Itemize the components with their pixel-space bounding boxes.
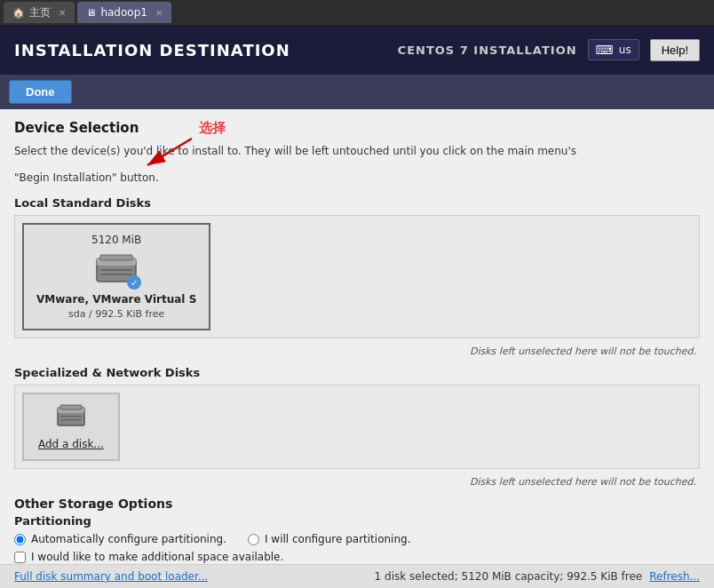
disk-item-sda[interactable]: 5120 MiB ✓ VMware, VMware Virtual S xyxy=(22,223,210,330)
header: INSTALLATION DESTINATION CENTOS 7 INSTAL… xyxy=(0,25,714,75)
device-selection-section: Device Selection 选择 Select the device(s)… xyxy=(14,120,700,186)
home-tab-icon: 🏠 xyxy=(12,7,25,19)
tab-bar: 🏠 主页 ✕ 🖥 hadoop1 ✕ xyxy=(0,0,714,25)
tab-hadoop1-label: hadoop1 xyxy=(100,6,147,19)
toolbar: Done xyxy=(0,75,714,109)
add-disk-svg xyxy=(57,403,85,428)
tab-hadoop1[interactable]: 🖥 hadoop1 ✕ xyxy=(77,2,171,23)
help-button[interactable]: Help! xyxy=(650,39,700,61)
manual-partition-label: I will configure partitioning. xyxy=(265,533,410,545)
manual-partition-option[interactable]: I will configure partitioning. xyxy=(248,533,410,545)
local-disks-section: Local Standard Disks 5120 MiB ✓ xyxy=(14,196,700,357)
main-window: INSTALLATION DESTINATION CENTOS 7 INSTAL… xyxy=(0,25,714,588)
auto-partition-radio[interactable] xyxy=(14,534,26,545)
content-area: Device Selection 选择 Select the device(s)… xyxy=(0,109,714,564)
other-storage-section: Other Storage Options Partitioning Autom… xyxy=(14,497,700,563)
add-disk-label[interactable]: Add a disk... xyxy=(38,438,104,450)
svg-rect-4 xyxy=(100,269,132,271)
network-disks-note: Disks left unselected here will not be t… xyxy=(14,476,700,488)
svg-rect-11 xyxy=(60,405,82,409)
additional-space-option[interactable]: I would like to make additional space av… xyxy=(14,551,700,563)
network-disks-label: Specialized & Network Disks xyxy=(14,366,700,379)
done-button[interactable]: Done xyxy=(9,80,72,104)
device-selection-desc1: Select the device(s) you'd like to insta… xyxy=(14,143,700,159)
disk-selected-checkmark: ✓ xyxy=(127,275,141,290)
page-title: INSTALLATION DESTINATION xyxy=(14,41,290,60)
keyboard-lang: us xyxy=(619,44,631,56)
svg-rect-6 xyxy=(100,255,132,260)
device-selection-title: Device Selection xyxy=(14,120,139,136)
svg-rect-10 xyxy=(60,419,82,421)
network-disks-grid: Add a disk... xyxy=(14,385,700,469)
full-disk-summary-link[interactable]: Full disk summary and boot loader... xyxy=(14,570,208,583)
auto-partition-label: Automatically configure partitioning. xyxy=(31,533,226,545)
keyboard-icon: ⌨ xyxy=(596,43,614,57)
add-disk-icon xyxy=(57,403,85,434)
header-right: CENTOS 7 INSTALLATION ⌨ us Help! xyxy=(398,39,700,61)
brand-label: CENTOS 7 INSTALLATION xyxy=(398,44,577,57)
partitioning-options: Automatically configure partitioning. I … xyxy=(14,533,700,545)
partitioning-label: Partitioning xyxy=(14,514,700,528)
tab-home[interactable]: 🏠 主页 ✕ xyxy=(4,2,75,23)
disk-free: 992.5 KiB free xyxy=(95,308,164,320)
network-disks-section: Specialized & Network Disks Add a disk.. xyxy=(14,366,700,488)
tab-home-close[interactable]: ✕ xyxy=(59,8,66,18)
disk-info: sda / 992.5 KiB free xyxy=(68,308,164,320)
auto-partition-option[interactable]: Automatically configure partitioning. xyxy=(14,533,226,545)
svg-rect-9 xyxy=(60,416,82,417)
disk-path: sda xyxy=(68,308,85,320)
disk-status-text: 1 disk selected; 5120 MiB capacity; 992.… xyxy=(375,570,643,583)
local-disks-label: Local Standard Disks xyxy=(14,196,700,210)
additional-space-label: I would like to make additional space av… xyxy=(31,551,283,563)
tab-home-label: 主页 xyxy=(29,5,51,20)
disk-name: VMware, VMware Virtual S xyxy=(36,293,196,306)
svg-rect-5 xyxy=(100,274,132,275)
local-disks-grid: 5120 MiB ✓ VMware, VMware Virtual S xyxy=(14,215,700,338)
local-disks-note: Disks left unselected here will not be t… xyxy=(14,346,700,357)
additional-space-checkbox[interactable] xyxy=(14,552,26,563)
other-storage-title: Other Storage Options xyxy=(14,497,700,511)
disk-capacity: 5120 MiB xyxy=(91,234,141,246)
tab-hadoop1-close[interactable]: ✕ xyxy=(155,8,163,18)
annotation-select: 选择 xyxy=(199,120,226,137)
refresh-link[interactable]: Refresh... xyxy=(649,570,700,583)
bottom-status: 1 disk selected; 5120 MiB capacity; 992.… xyxy=(375,570,700,583)
keyboard-selector[interactable]: ⌨ us xyxy=(588,39,639,60)
device-selection-desc2: "Begin Installation" button. xyxy=(14,170,700,186)
manual-partition-radio[interactable] xyxy=(248,534,259,545)
hadoop1-tab-icon: 🖥 xyxy=(86,7,96,19)
add-disk-button[interactable]: Add a disk... xyxy=(22,393,120,461)
bottom-bar: Full disk summary and boot loader... 1 d… xyxy=(0,564,714,588)
disk-icon-wrap: ✓ xyxy=(95,251,138,288)
